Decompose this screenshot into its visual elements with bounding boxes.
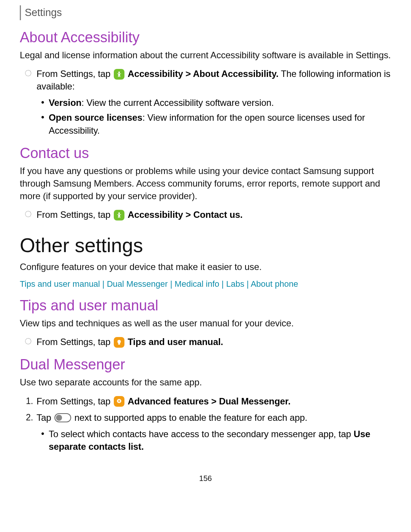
about-instruction: From Settings, tap Accessibility > About… [37, 67, 391, 93]
link-tips-user-manual[interactable]: Tips and user manual [20, 279, 100, 289]
contact-intro-text: If you have any questions or problems wh… [20, 165, 391, 202]
tips-intro-text: View tips and techniques as well as the … [20, 317, 391, 329]
link-about-phone[interactable]: About phone [251, 279, 298, 289]
svg-point-1 [118, 212, 120, 214]
link-separator: | [244, 279, 251, 289]
about-bullet-licenses: Open source licenses: View information f… [49, 111, 391, 136]
tips-instruction: From Settings, tap Tips and user manual. [37, 335, 391, 348]
dual-step-1: From Settings, tap Advanced features > D… [37, 395, 391, 407]
svg-rect-3 [118, 343, 120, 345]
dual-intro-text: Use two separate accounts for the same a… [20, 376, 391, 388]
heading-contact-us: Contact us [20, 145, 391, 161]
link-separator: | [100, 279, 107, 289]
dual-step-2: Tap next to supported apps to enable the… [37, 411, 391, 424]
about-intro-text: Legal and license information about the … [20, 49, 391, 61]
heading-tips-user-manual: Tips and user manual [20, 297, 391, 314]
bullet-label: Open source licenses [49, 112, 142, 123]
breadcrumb-container: Settings [20, 5, 391, 20]
contact-instruction: From Settings, tap Accessibility > Conta… [37, 208, 391, 221]
instruction-prefix: From Settings, tap [37, 209, 113, 220]
instruction-suffix: next to supported apps to enable the fea… [72, 412, 307, 423]
link-separator: | [168, 279, 175, 289]
bullet-text: : View the current Accessibility softwar… [81, 97, 274, 108]
lightbulb-icon [114, 337, 124, 348]
instruction-path: Accessibility > Contact us. [127, 209, 242, 220]
bullet-label: Version [49, 97, 81, 108]
other-intro-text: Configure features on your device that m… [20, 260, 391, 273]
svg-point-0 [118, 72, 120, 73]
instruction-path: Accessibility > About Accessibility. [127, 69, 278, 79]
document-page: Settings About Accessibility Legal and l… [0, 0, 411, 498]
toggle-switch-icon [54, 413, 71, 422]
gear-plus-icon [114, 396, 124, 407]
link-labs[interactable]: Labs [226, 279, 244, 289]
breadcrumb: Settings [25, 7, 62, 18]
dual-instructions-list: From Settings, tap Advanced features > D… [20, 395, 391, 424]
heading-dual-messenger: Dual Messenger [20, 356, 391, 373]
dual-sub-bullet: To select which contacts have access to … [49, 428, 391, 453]
instruction-path: Advanced features > Dual Messenger. [127, 396, 290, 406]
other-links-row: Tips and user manual | Dual Messenger | … [20, 279, 391, 289]
heading-other-settings: Other settings [20, 234, 391, 257]
instruction-path: Tips and user manual. [127, 337, 223, 347]
instruction-prefix: From Settings, tap [37, 69, 113, 79]
bullet-text: To select which contacts have access to … [49, 429, 354, 439]
link-medical-info[interactable]: Medical info [175, 279, 219, 289]
about-bullet-version: Version: View the current Accessibility … [49, 96, 391, 109]
svg-rect-5 [118, 401, 120, 401]
svg-point-2 [117, 340, 121, 343]
link-dual-messenger[interactable]: Dual Messenger [107, 279, 168, 289]
heading-about-accessibility: About Accessibility [20, 29, 391, 46]
instruction-prefix: From Settings, tap [37, 337, 113, 347]
link-separator: | [219, 279, 226, 289]
page-number: 156 [20, 474, 391, 483]
instruction-prefix: From Settings, tap [37, 396, 113, 406]
instruction-prefix: Tap [37, 412, 54, 423]
accessibility-icon [114, 210, 124, 220]
accessibility-icon [114, 69, 124, 80]
